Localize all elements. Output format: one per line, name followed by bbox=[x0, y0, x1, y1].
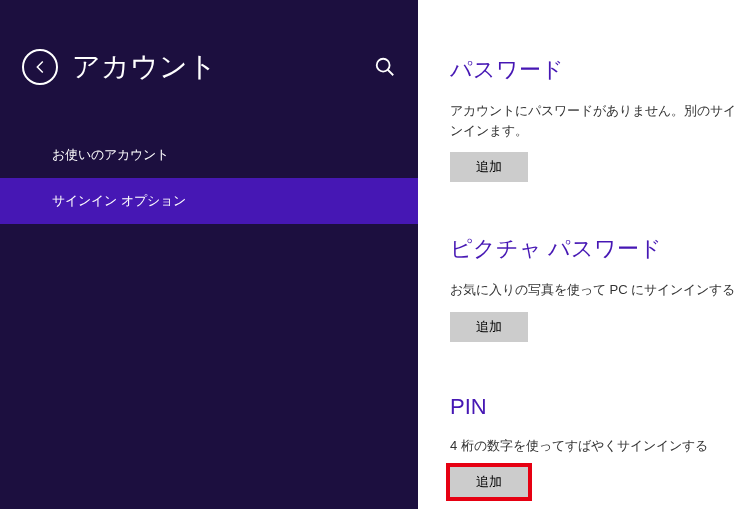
sidebar-item-account[interactable]: お使いのアカウント bbox=[0, 132, 418, 178]
sidebar: アカウント お使いのアカウント サインイン オプション bbox=[0, 0, 418, 509]
sidebar-item-label: サインイン オプション bbox=[52, 193, 186, 208]
sidebar-item-label: お使いのアカウント bbox=[52, 147, 169, 162]
arrow-left-icon bbox=[31, 58, 49, 76]
svg-line-1 bbox=[388, 70, 394, 76]
add-picture-password-button[interactable]: 追加 bbox=[450, 312, 528, 342]
section-pin: PIN 4 桁の数字を使ってすばやくサインインする 追加 bbox=[450, 394, 744, 498]
section-desc: お気に入りの写真を使って PC にサインインする bbox=[450, 280, 744, 300]
content-panel: パスワード アカウントにパスワードがありません。別のサインインます。 追加 ピク… bbox=[418, 0, 744, 509]
section-password: パスワード アカウントにパスワードがありません。別のサインインます。 追加 bbox=[450, 55, 744, 182]
section-desc: アカウントにパスワードがありません。別のサインインます。 bbox=[450, 101, 744, 140]
page-title: アカウント bbox=[72, 48, 374, 86]
add-pin-button[interactable]: 追加 bbox=[450, 467, 528, 497]
section-title: パスワード bbox=[450, 55, 744, 85]
back-button[interactable] bbox=[22, 49, 58, 85]
section-title: ピクチャ パスワード bbox=[450, 234, 744, 264]
section-desc: 4 桁の数字を使ってすばやくサインインする bbox=[450, 436, 744, 456]
section-title: PIN bbox=[450, 394, 744, 420]
add-password-button[interactable]: 追加 bbox=[450, 152, 528, 182]
svg-point-0 bbox=[377, 59, 390, 72]
section-picture-password: ピクチャ パスワード お気に入りの写真を使って PC にサインインする 追加 bbox=[450, 234, 744, 342]
sidebar-header: アカウント bbox=[0, 48, 418, 86]
search-icon[interactable] bbox=[374, 56, 396, 78]
sidebar-item-signin-options[interactable]: サインイン オプション bbox=[0, 178, 418, 224]
